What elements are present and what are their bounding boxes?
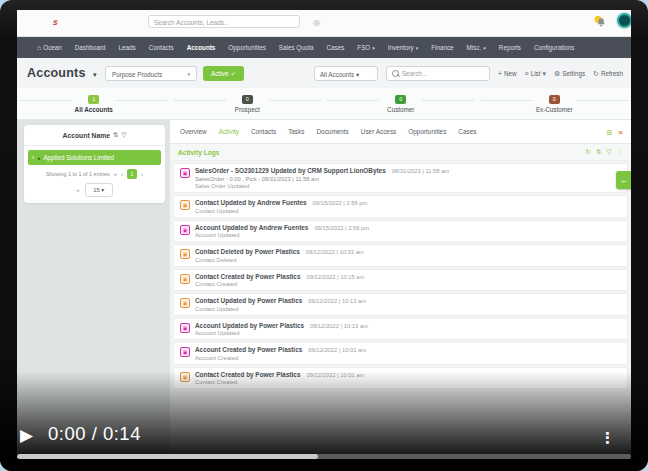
refresh-icon[interactable]: ↻ xyxy=(586,148,591,156)
global-search-input[interactable]: Search Accounts, Leads.. xyxy=(148,15,300,28)
video-frame: s Search Accounts, Leads.. ◎ ⌂ xyxy=(0,0,648,471)
user-avatar[interactable] xyxy=(617,13,631,28)
status-dot-icon: ● xyxy=(37,155,40,161)
nav-item-label: Sales Quota xyxy=(279,44,314,51)
detail-tab[interactable]: User Access xyxy=(361,128,397,135)
activity-row[interactable]: ▣ Contact Created by Power Plastics 09/1… xyxy=(173,269,628,292)
nav-item[interactable]: Opportunities xyxy=(228,44,265,51)
activity-row[interactable]: ▣ Account Created by Power Plastics 09/1… xyxy=(173,342,628,365)
notification-bell-icon[interactable] xyxy=(593,15,607,29)
close-icon[interactable]: × xyxy=(618,128,623,137)
seek-bar[interactable] xyxy=(17,454,631,459)
header-toolbar: All Accounts ▾ Search... + New ≡ List xyxy=(314,66,623,81)
activity-title: Contact Created by Power Plastics xyxy=(195,273,300,280)
new-button[interactable]: + New xyxy=(498,70,517,77)
play-button[interactable]: ▶ xyxy=(20,427,33,444)
activity-date: 09/12/2022 | 10:13 am xyxy=(308,298,366,304)
nav-item[interactable]: ⌂ Ocean xyxy=(37,44,62,51)
seek-bar-played xyxy=(17,454,318,459)
list-search-placeholder: Search... xyxy=(402,66,427,81)
refresh-button[interactable]: ↻ Refresh xyxy=(593,70,623,78)
nav-item[interactable]: FSO ▾ xyxy=(357,44,374,51)
detail-tab[interactable]: Contacts xyxy=(251,128,276,135)
record-type-icon: ▣ xyxy=(180,323,190,333)
nav-item[interactable]: Contacts xyxy=(149,44,174,51)
title-caret-icon[interactable]: ▾ xyxy=(93,71,97,79)
status-tab[interactable]: 0 Ex-Customer xyxy=(478,88,632,119)
last-page-button[interactable]: » xyxy=(76,187,79,193)
activity-extra: SalesOrder - 0.00 , Pick - 08/31/2023 | … xyxy=(195,176,449,182)
activity-title: Contact Updated by Power Plastics xyxy=(195,297,302,304)
activity-row[interactable]: ▣ SalesOrder - SO2301229 Updated by CRM … xyxy=(173,163,628,193)
settings-button[interactable]: ⚙ Settings xyxy=(554,70,585,78)
activity-subtitle: Account Updated xyxy=(195,232,369,238)
nav-item[interactable]: Configurations xyxy=(534,44,575,51)
status-count-badge: 0 xyxy=(395,95,406,104)
activity-row[interactable]: ▣ Contact Updated by Power Plastics 09/1… xyxy=(173,293,628,316)
detail-tab[interactable]: Documents xyxy=(316,128,348,135)
record-type-icon: ▣ xyxy=(180,298,190,308)
activity-subtitle: Account Updated xyxy=(195,330,368,336)
activity-row[interactable]: ▣ Account Updated by Andrew Fuentes 09/1… xyxy=(173,220,628,243)
detail-tab[interactable]: Overview xyxy=(180,128,207,135)
more-icon[interactable]: ⋮ xyxy=(617,148,624,156)
nav-item[interactable]: Leads xyxy=(119,44,136,51)
nav-item[interactable]: Cases xyxy=(326,44,344,51)
main-nav: ⌂ Ocean Dashboard Leads xyxy=(17,37,631,58)
activity-subtitle: Account Created xyxy=(195,355,366,361)
activity-row-body: Contact Created by Power Plastics 09/12/… xyxy=(195,273,364,288)
video-player: s Search Accounts, Leads.. ◎ ⌂ xyxy=(0,0,648,471)
active-status-button[interactable]: Active ✓ xyxy=(203,66,244,81)
sort-icon[interactable]: ⇅ xyxy=(113,131,118,139)
nav-item[interactable]: Dashboard xyxy=(75,44,106,51)
activity-row[interactable]: ▣ Contact Updated by Andrew Fuentes 09/1… xyxy=(173,195,628,218)
account-row-selected[interactable]: › ● Applied Solutions Limited xyxy=(28,150,161,165)
nav-item[interactable]: Misc. ▾ xyxy=(467,44,486,51)
filter-icon[interactable]: ▽ xyxy=(122,131,127,139)
refresh-icon: ↻ xyxy=(593,70,599,78)
detail-tab[interactable]: Opportunities xyxy=(408,128,446,135)
chevron-right-icon: › xyxy=(32,154,34,161)
player-menu-button[interactable]: ⋮ xyxy=(600,430,615,445)
nav-item[interactable]: Reports xyxy=(499,44,521,51)
activity-row[interactable]: ▣ Account Updated by Power Plastics 09/1… xyxy=(173,318,628,341)
next-page-button[interactable]: › xyxy=(141,171,143,177)
nav-item[interactable]: Inventory ▾ xyxy=(388,44,418,51)
record-filter-select[interactable]: Purpose Products ▾ xyxy=(105,66,197,81)
nav-item[interactable]: Accounts xyxy=(187,44,216,51)
showing-entries-text: Showing 1 to 1 of 1 entries xyxy=(46,171,110,177)
filter-icon[interactable]: ▽ xyxy=(607,148,612,156)
home-icon: ⌂ xyxy=(37,44,41,51)
first-page-button[interactable]: « xyxy=(114,171,117,177)
status-tab-label: Prospect xyxy=(235,106,260,113)
activity-title: Contact Updated by Andrew Fuentes xyxy=(195,199,307,206)
status-count-badge: 0 xyxy=(549,95,560,104)
search-target-icon[interactable]: ◎ xyxy=(313,18,320,27)
activity-date: 09/12/2022 | 10:15 am xyxy=(306,274,364,280)
prev-page-button[interactable]: ‹ xyxy=(121,171,123,177)
view-select[interactable]: All Accounts ▾ xyxy=(314,66,378,81)
activity-row[interactable]: ▣ Contact Deleted by Power Plastics 09/1… xyxy=(173,244,628,267)
status-tab[interactable]: 0 Prospect xyxy=(171,88,325,119)
collapse-panel-button[interactable]: ← xyxy=(616,171,631,189)
list-view-button[interactable]: ≡ List ▾ xyxy=(525,70,546,78)
detail-tab[interactable]: Cases xyxy=(458,128,476,135)
pagination-row2: » 15 ▾ xyxy=(24,183,165,197)
page-size-select[interactable]: 15 ▾ xyxy=(85,183,113,197)
record-type-icon: ▣ xyxy=(180,168,190,178)
nav-item[interactable]: Sales Quota xyxy=(279,44,314,51)
activity-row-body: SalesOrder - SO2301229 Updated by CRM Su… xyxy=(195,167,449,189)
current-page-button[interactable]: 1 xyxy=(127,169,137,179)
detail-tab[interactable]: Tasks xyxy=(288,128,304,135)
status-tab[interactable]: 0 Customer xyxy=(324,88,478,119)
status-tab[interactable]: 1 All Accounts xyxy=(17,88,171,119)
expand-icon[interactable]: ⊞ xyxy=(606,129,612,137)
list-search-input[interactable]: Search... xyxy=(386,66,490,81)
nav-item-label: Leads xyxy=(119,44,136,51)
activity-row-body: Contact Updated by Power Plastics 09/12/… xyxy=(195,297,366,312)
sort-icon[interactable]: ⇅ xyxy=(596,148,601,156)
detail-tab[interactable]: Activity xyxy=(219,128,239,135)
brand-logo-icon: s xyxy=(52,17,58,27)
nav-item[interactable]: Finance xyxy=(431,44,453,51)
active-label: Active xyxy=(211,70,229,77)
